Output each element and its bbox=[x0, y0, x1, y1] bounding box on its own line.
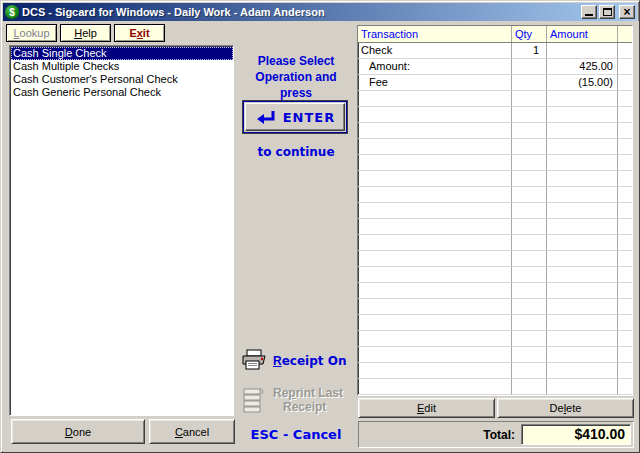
cell-amount bbox=[547, 155, 618, 171]
cell-amount bbox=[547, 283, 618, 299]
cell-qty bbox=[512, 155, 547, 171]
cell-amount bbox=[547, 299, 618, 315]
esc-cancel-label: ESC - Cancel bbox=[236, 427, 356, 442]
cell-transaction bbox=[358, 155, 512, 171]
cell-qty bbox=[512, 59, 547, 75]
table-row-empty bbox=[358, 331, 632, 347]
instruction-line4: to continue bbox=[236, 145, 356, 159]
table-row[interactable]: Fee(15.00) bbox=[358, 75, 632, 91]
cell-transaction bbox=[358, 91, 512, 107]
instruction-line2: Operation and bbox=[236, 69, 356, 85]
table-row-empty bbox=[358, 107, 632, 123]
transaction-table: Transaction Qty Amount Check1Amount:425.… bbox=[357, 25, 633, 396]
enter-arrow-icon bbox=[255, 109, 277, 125]
cell-gutter bbox=[618, 379, 632, 395]
cell-transaction bbox=[358, 139, 512, 155]
total-bar: Total: $410.00 bbox=[358, 421, 634, 448]
enter-button[interactable]: ENTER bbox=[243, 101, 347, 133]
cell-amount: 425.00 bbox=[547, 59, 618, 75]
cell-transaction bbox=[358, 283, 512, 299]
exit-button[interactable]: Exit bbox=[114, 24, 165, 42]
list-item[interactable]: Cash Multiple Checks bbox=[11, 60, 233, 73]
close-button[interactable]: × bbox=[619, 5, 635, 19]
cell-qty: 1 bbox=[512, 43, 547, 59]
window-title: DCS - Sigcard for Windows - Daily Work -… bbox=[22, 6, 579, 18]
cell-gutter bbox=[618, 347, 632, 363]
maximize-icon bbox=[603, 8, 612, 16]
cell-amount bbox=[547, 171, 618, 187]
table-row-empty bbox=[358, 283, 632, 299]
cell-transaction bbox=[358, 219, 512, 235]
cell-gutter bbox=[618, 235, 632, 251]
cell-gutter bbox=[618, 283, 632, 299]
help-button[interactable]: Help bbox=[60, 24, 111, 42]
list-item[interactable]: Cash Customer's Personal Check bbox=[11, 73, 233, 86]
cell-transaction bbox=[358, 235, 512, 251]
cell-amount bbox=[547, 251, 618, 267]
column-header-qty[interactable]: Qty bbox=[512, 26, 547, 42]
cell-transaction: Fee bbox=[358, 75, 512, 91]
table-row-empty bbox=[358, 267, 632, 283]
done-button[interactable]: Done bbox=[11, 419, 145, 444]
cell-transaction bbox=[358, 107, 512, 123]
table-row-empty bbox=[358, 379, 632, 395]
maximize-button[interactable] bbox=[599, 5, 615, 19]
cell-transaction bbox=[358, 187, 512, 203]
cell-qty bbox=[512, 363, 547, 379]
cell-transaction bbox=[358, 363, 512, 379]
cell-amount bbox=[547, 363, 618, 379]
cell-amount bbox=[547, 187, 618, 203]
cell-qty bbox=[512, 331, 547, 347]
cell-qty bbox=[512, 251, 547, 267]
cell-qty bbox=[512, 203, 547, 219]
edit-button[interactable]: Edit bbox=[358, 398, 495, 418]
column-header-transaction[interactable]: Transaction bbox=[358, 26, 512, 42]
cell-gutter bbox=[618, 139, 632, 155]
cell-gutter bbox=[618, 219, 632, 235]
cell-gutter bbox=[618, 299, 632, 315]
cell-gutter bbox=[618, 155, 632, 171]
table-row-empty bbox=[358, 219, 632, 235]
minimize-icon bbox=[585, 14, 593, 16]
cell-amount: (15.00) bbox=[547, 75, 618, 91]
lookup-button[interactable]: Lookup bbox=[6, 24, 57, 42]
total-label: Total: bbox=[483, 428, 515, 442]
cell-transaction bbox=[358, 123, 512, 139]
list-item[interactable]: Cash Single Check bbox=[11, 47, 233, 60]
app-window: $ DCS - Sigcard for Windows - Daily Work… bbox=[0, 0, 640, 453]
cell-amount bbox=[547, 139, 618, 155]
transaction-table-body: Check1Amount:425.00Fee(15.00) bbox=[358, 43, 632, 395]
reprint-last-receipt-label: Reprint Last Receipt bbox=[273, 386, 343, 414]
table-row[interactable]: Check1 bbox=[358, 43, 632, 59]
transaction-table-header: Transaction Qty Amount bbox=[358, 26, 632, 43]
list-item[interactable]: Cash Generic Personal Check bbox=[11, 86, 233, 99]
cell-gutter bbox=[618, 171, 632, 187]
app-icon: $ bbox=[5, 5, 19, 19]
column-header-gutter bbox=[618, 26, 632, 42]
receipt-on-control[interactable]: Receipt On bbox=[240, 349, 354, 373]
instruction-text: Please Select Operation and press bbox=[236, 53, 356, 101]
cell-amount bbox=[547, 315, 618, 331]
cancel-button[interactable]: Cancel bbox=[149, 419, 235, 444]
cell-gutter bbox=[618, 315, 632, 331]
cell-qty bbox=[512, 123, 547, 139]
table-row[interactable]: Amount:425.00 bbox=[358, 59, 632, 75]
cell-transaction bbox=[358, 203, 512, 219]
cell-amount bbox=[547, 267, 618, 283]
cell-qty bbox=[512, 139, 547, 155]
table-row-empty bbox=[358, 203, 632, 219]
operation-listbox[interactable]: Cash Single CheckCash Multiple ChecksCas… bbox=[9, 45, 234, 416]
cell-amount bbox=[547, 379, 618, 395]
title-bar: $ DCS - Sigcard for Windows - Daily Work… bbox=[3, 3, 637, 21]
table-row-empty bbox=[358, 299, 632, 315]
cell-qty bbox=[512, 91, 547, 107]
reprint-last-receipt-control[interactable]: Reprint Last Receipt bbox=[240, 386, 354, 414]
total-value-field: $410.00 bbox=[521, 424, 631, 445]
cell-qty bbox=[512, 267, 547, 283]
cell-gutter bbox=[618, 331, 632, 347]
minimize-button[interactable] bbox=[581, 5, 597, 19]
table-row-empty bbox=[358, 123, 632, 139]
cell-amount bbox=[547, 107, 618, 123]
delete-button[interactable]: Delete bbox=[497, 398, 634, 418]
column-header-amount[interactable]: Amount bbox=[547, 26, 618, 42]
